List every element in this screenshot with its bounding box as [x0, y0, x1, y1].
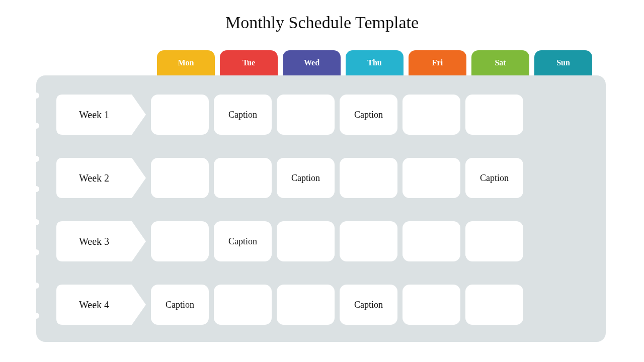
day-tab-mon: Mon [157, 50, 215, 75]
week-cells: Caption [151, 221, 523, 261]
schedule-cell [403, 95, 460, 135]
week-label-arrow: Week 2 [56, 158, 146, 198]
schedule-grid: Week 1CaptionCaptionWeek 2CaptionCaption… [56, 95, 600, 348]
schedule-cell [403, 221, 460, 261]
binding-hole [33, 123, 39, 129]
week-label-text: Week 4 [56, 285, 132, 325]
schedule-cell [465, 285, 523, 325]
schedule-cell: Caption [465, 158, 523, 198]
week-label-arrow: Week 4 [56, 285, 146, 325]
binding-hole [33, 93, 39, 99]
day-header-row: MonTueWedThuFriSatSun [157, 50, 592, 75]
schedule-cell: Caption [277, 158, 335, 198]
week-label-arrow: Week 3 [56, 221, 146, 261]
day-tab-thu: Thu [346, 50, 404, 75]
schedule-cell: Caption [214, 221, 272, 261]
schedule-cell [151, 158, 209, 198]
week-cells: CaptionCaption [151, 95, 523, 135]
binding-hole [33, 186, 39, 192]
day-tab-sat: Sat [471, 50, 529, 75]
day-tab-fri: Fri [409, 50, 466, 75]
schedule-cell [151, 221, 209, 261]
schedule-cell [403, 158, 460, 198]
schedule-cell [340, 221, 397, 261]
schedule-cell [403, 285, 460, 325]
week-row: Week 3Caption [56, 221, 600, 261]
schedule-cell: Caption [340, 285, 397, 325]
week-label-text: Week 2 [56, 158, 132, 198]
week-cells: CaptionCaption [151, 158, 523, 198]
schedule-board: Week 1CaptionCaptionWeek 2CaptionCaption… [36, 75, 606, 342]
schedule-cell: Caption [214, 95, 272, 135]
week-cells: CaptionCaption [151, 285, 523, 325]
binding-hole [33, 283, 39, 289]
schedule-cell: Caption [151, 285, 209, 325]
schedule-cell: Caption [340, 95, 397, 135]
binding-hole [33, 219, 39, 225]
week-label-text: Week 1 [56, 95, 132, 135]
schedule-cell [465, 221, 523, 261]
binding-hole [33, 313, 39, 319]
schedule-cell [277, 95, 335, 135]
week-row: Week 2CaptionCaption [56, 158, 600, 198]
schedule-cell [465, 95, 523, 135]
day-tab-tue: Tue [220, 50, 278, 75]
schedule-cell [214, 285, 272, 325]
schedule-cell [151, 95, 209, 135]
week-label-text: Week 3 [56, 221, 132, 261]
binding-hole [33, 156, 39, 162]
schedule-cell [340, 158, 397, 198]
binding-hole [33, 249, 39, 255]
day-tab-wed: Wed [283, 50, 341, 75]
schedule-cell [277, 221, 335, 261]
week-label-arrow: Week 1 [56, 95, 146, 135]
schedule-cell [277, 285, 335, 325]
week-row: Week 4CaptionCaption [56, 285, 600, 325]
day-tab-sun: Sun [534, 50, 592, 75]
week-row: Week 1CaptionCaption [56, 95, 600, 135]
page-title: Monthly Schedule Template [0, 0, 644, 32]
schedule-cell [214, 158, 272, 198]
